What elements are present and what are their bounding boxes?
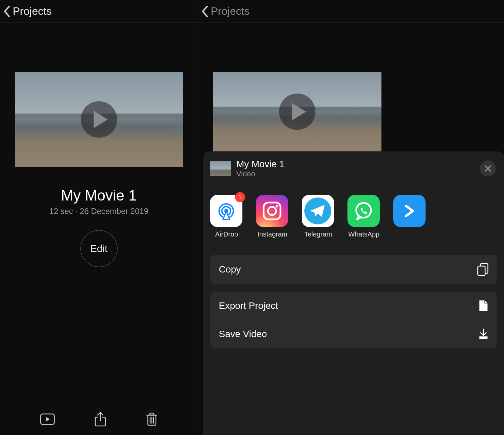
edit-button-label: Edit	[90, 243, 108, 254]
share-app-whatsapp[interactable]: WhatsApp	[347, 195, 380, 238]
project-detail-screen: Projects My Movie 1 12 sec · 26 December…	[0, 0, 198, 435]
notification-badge: 1	[235, 192, 245, 202]
action-label: Export Project	[219, 300, 278, 311]
back-button-label[interactable]: Projects	[13, 5, 52, 17]
telegram-icon	[302, 195, 334, 227]
back-chevron-icon[interactable]	[201, 6, 209, 17]
delete-button[interactable]	[146, 412, 158, 426]
share-sheet: My Movie 1 Video	[203, 151, 504, 435]
close-button[interactable]	[480, 160, 496, 177]
close-icon	[484, 165, 492, 172]
file-icon	[478, 300, 489, 312]
share-thumbnail	[210, 161, 231, 176]
app-label	[393, 230, 426, 238]
share-app-airdrop[interactable]: 1 AirDrop	[210, 195, 243, 238]
share-sheet-header: My Movie 1 Video	[203, 151, 504, 186]
action-label: Save Video	[219, 329, 267, 339]
share-apps-row[interactable]: 1 AirDrop Instagram	[203, 186, 504, 247]
project-meta: 12 sec · 26 December 2019	[0, 207, 198, 216]
share-app-instagram[interactable]: Instagram	[256, 195, 289, 238]
action-copy[interactable]: Copy	[210, 255, 497, 284]
svg-rect-11	[150, 413, 154, 415]
share-item-subtitle: Video	[236, 170, 284, 178]
video-thumbnail[interactable]	[15, 72, 183, 167]
play-icon	[94, 111, 108, 128]
play-video-button[interactable]	[40, 413, 55, 425]
action-save-video[interactable]: Save Video	[210, 320, 497, 348]
svg-rect-24	[479, 336, 488, 339]
nav-bar: Projects	[0, 0, 198, 23]
share-item-title: My Movie 1	[236, 159, 284, 170]
svg-marker-1	[46, 417, 50, 422]
svg-rect-22	[478, 266, 485, 276]
whatsapp-icon	[347, 195, 380, 227]
project-date: 26 December 2019	[80, 207, 148, 216]
svg-point-18	[268, 207, 276, 215]
app-label: WhatsApp	[347, 230, 380, 238]
project-title: My Movie 1	[0, 187, 198, 204]
share-sheet-screen: Projects My Movie 1 Video	[198, 0, 504, 435]
back-button-label[interactable]: Projects	[211, 5, 250, 17]
play-icon	[292, 103, 306, 120]
action-export-project[interactable]: Export Project	[210, 292, 497, 320]
share-button[interactable]	[94, 412, 106, 427]
action-group-2: Export Project Save Video	[210, 292, 497, 348]
app-label: Telegram	[302, 230, 335, 238]
svg-rect-17	[264, 203, 280, 219]
play-button[interactable]	[279, 94, 315, 130]
video-thumbnail[interactable]	[213, 72, 381, 151]
project-duration: 12 sec	[49, 207, 73, 216]
download-icon	[478, 328, 489, 340]
svg-point-19	[276, 205, 278, 208]
share-app-telegram[interactable]: Telegram	[302, 195, 335, 238]
svg-point-21	[356, 203, 371, 218]
bottom-toolbar	[0, 403, 198, 435]
app-icon-partial	[393, 195, 426, 227]
nav-bar: Projects	[198, 0, 504, 23]
copy-icon	[477, 263, 489, 276]
share-app-more[interactable]	[393, 195, 426, 238]
instagram-icon	[256, 195, 288, 227]
action-group-1: Copy	[210, 255, 497, 284]
back-chevron-icon[interactable]	[3, 6, 11, 17]
edit-button[interactable]: Edit	[80, 230, 117, 267]
app-label: Instagram	[256, 230, 289, 238]
app-label: AirDrop	[210, 230, 243, 238]
play-button[interactable]	[81, 101, 117, 138]
action-label: Copy	[219, 264, 241, 275]
